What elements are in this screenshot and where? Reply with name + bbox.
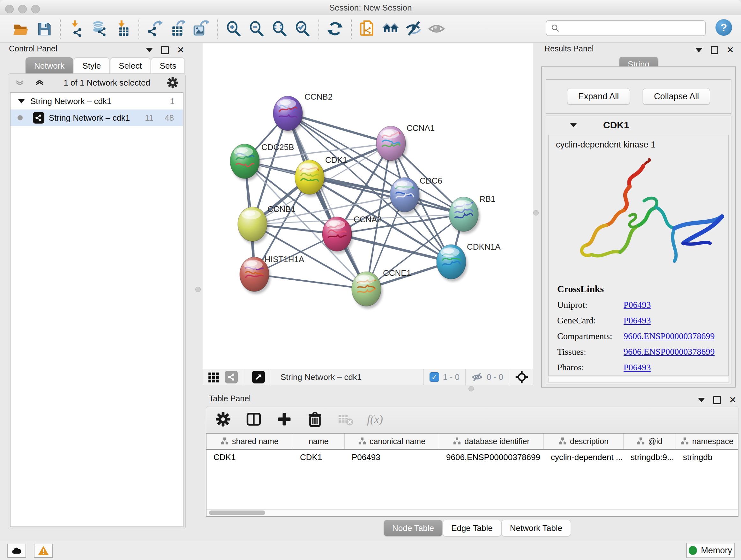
network-share-button[interactable] [224,370,239,384]
function-builder-button[interactable]: f(x) [367,413,383,426]
float-panel-icon[interactable] [711,46,718,54]
float-panel-icon[interactable] [161,46,169,54]
crosslink-link[interactable]: P06493 [623,315,651,326]
close-panel-icon[interactable]: ✕ [729,397,737,403]
column-header-canonical-name[interactable]: canonical name [345,434,439,449]
delete-column-button[interactable] [306,410,324,428]
node-label-CCNB2: CCNB2 [305,92,333,102]
crosshair-icon[interactable] [515,370,529,384]
column-header-name[interactable]: name [293,434,345,449]
birdseye-grid-button[interactable] [206,370,220,384]
table-cell[interactable]: CDK1 [293,449,345,465]
import-table-button[interactable] [113,19,132,38]
column-header-namespace[interactable]: namespace [676,434,738,449]
close-panel-icon[interactable]: ✕ [727,47,734,53]
column-header-description[interactable]: description [544,434,623,449]
right-splitter-handle[interactable] [533,210,539,215]
open-session-button[interactable] [12,19,30,38]
tab-style[interactable]: Style [74,57,110,74]
node-CDKN1A[interactable] [436,245,468,282]
collapse-all-button[interactable]: Collapse All [643,88,710,105]
edge-HIST1H1A-CCNE1[interactable] [254,274,366,289]
app-window: Session: New Session [0,0,741,560]
warning-status-button[interactable] [34,544,53,558]
node-RB1[interactable] [449,197,480,234]
zoom-out-button[interactable] [247,19,266,38]
selected-checkbox-icon[interactable]: ✓ [429,372,439,382]
tab-network[interactable]: Network [25,57,73,74]
table-cell[interactable]: stringdb [676,449,738,465]
node-CDC6[interactable] [390,178,421,214]
node-CCNB2[interactable] [273,96,304,133]
table-cell[interactable]: CDK1 [206,449,293,465]
open-in-window-button[interactable] [252,370,266,384]
memory-button[interactable]: Memory [686,543,735,558]
create-column-button[interactable] [275,410,293,428]
crosslink-link[interactable]: P06493 [623,300,651,310]
node-CCNE1[interactable] [352,272,383,309]
cloud-status-button[interactable] [7,544,26,558]
node-CCNA1[interactable] [376,126,407,163]
zoom-in-button[interactable] [224,19,243,38]
search-input[interactable] [562,21,705,35]
delete-table-button[interactable] [336,410,355,428]
node-CDC25B[interactable] [230,144,261,181]
show-results-button[interactable] [427,19,446,38]
close-panel-icon[interactable]: ✕ [177,47,185,53]
panel-menu-icon[interactable] [146,48,153,52]
network-graph[interactable]: CCNB2CCNA1CDC25BCDK1CDC6RB1CCNB1CCNA2CDK… [203,44,533,369]
panel-menu-icon[interactable] [695,48,702,52]
network-collection-row[interactable]: String Network – cdk1 1 [10,93,183,110]
crosslink-link[interactable]: P06493 [623,362,651,373]
network-options-gear-icon[interactable] [166,76,179,89]
hide-results-button[interactable] [404,19,423,38]
crosslink-link[interactable]: 9606.ENSP00000378699 [623,347,715,357]
bottom-splitter-handle[interactable] [468,386,474,391]
column-header-database-identifier[interactable]: database identifier [439,434,544,449]
help-button[interactable]: ? [716,19,732,36]
tab-select[interactable]: Select [110,57,150,74]
expand-all-icon[interactable] [35,80,44,85]
expand-all-button[interactable]: Expand All [567,88,630,105]
show-columns-button[interactable] [245,410,263,428]
save-session-button[interactable] [35,19,53,38]
table-row[interactable]: CDK1CDK1P064939606.ENSP00000378699cyclin… [206,449,738,465]
apply-layout-button[interactable] [326,19,344,38]
string-home-button[interactable] [381,19,400,38]
import-network-file-button[interactable] [67,19,86,38]
string-import-button[interactable] [358,19,377,38]
table-cell[interactable]: stringdb:9... [623,449,676,465]
network-row[interactable]: String Network – cdk1 11 48 [10,110,183,126]
import-network-database-button[interactable] [90,19,109,38]
collection-expander-icon[interactable] [18,99,24,104]
table-cell[interactable]: cyclin-dependent ... [544,449,623,465]
collapse-all-icon[interactable] [15,80,24,85]
results-scrollbar[interactable] [548,377,729,382]
scrollbar-thumb[interactable] [209,510,265,515]
export-image-button[interactable] [192,19,210,38]
zoom-fit-button[interactable] [270,19,289,38]
panel-menu-icon[interactable] [698,398,705,402]
tab-node-table[interactable]: Node Table [384,520,443,537]
float-panel-icon[interactable] [713,396,721,404]
crosslink-link[interactable]: 9606.ENSP00000378699 [623,331,715,341]
table-options-button[interactable] [214,410,232,428]
table-cell[interactable]: P06493 [345,449,439,465]
table-horizontal-scrollbar[interactable] [206,509,738,516]
export-network-file-button[interactable] [146,19,164,38]
zoom-selected-button[interactable] [293,19,312,38]
network-canvas[interactable]: CCNB2CCNA1CDC25BCDK1CDC6RB1CCNB1CCNA2CDK… [203,44,533,369]
table-cell[interactable]: 9606.ENSP00000378699 [439,449,544,465]
tab-edge-table[interactable]: Edge Table [443,520,501,537]
left-splitter-handle[interactable] [195,287,201,292]
export-table-button[interactable] [169,19,187,38]
column-header-@id[interactable]: @id [623,434,676,449]
tab-sets[interactable]: Sets [151,57,185,74]
node-table[interactable]: shared namenamecanonical namedatabase id… [206,433,738,516]
gene-expander-icon[interactable] [570,123,577,127]
gene-section-header[interactable]: CDK1 [546,116,731,134]
column-header-shared-name[interactable]: shared name [206,434,293,449]
node-CCNB1[interactable] [238,207,269,244]
tab-network-table[interactable]: Network Table [501,520,571,537]
node-CDK1[interactable] [295,160,326,197]
